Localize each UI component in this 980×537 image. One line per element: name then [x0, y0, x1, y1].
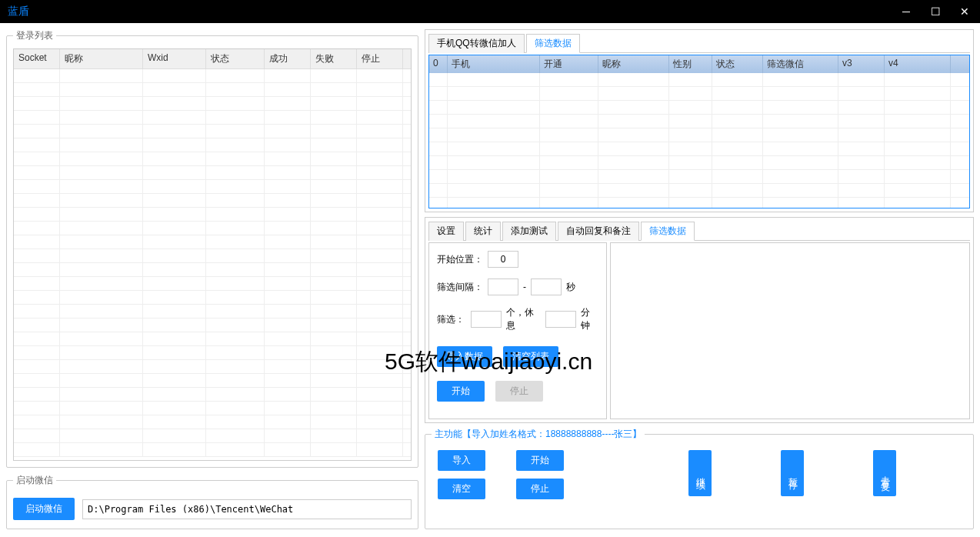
table-row — [14, 166, 411, 180]
table-row — [14, 152, 411, 166]
table-row — [429, 170, 969, 184]
main-import-button[interactable]: 导入 — [438, 450, 485, 471]
upper-col-3[interactable]: 昵称 — [598, 55, 669, 73]
upper-col-2[interactable]: 开通 — [540, 55, 598, 73]
interval-unit: 秒 — [566, 281, 575, 294]
main-start-button[interactable]: 开始 — [516, 450, 564, 471]
upper-col-7[interactable]: v3 — [838, 55, 885, 73]
table-row — [14, 194, 411, 208]
table-row — [429, 184, 969, 198]
main-clear-button[interactable]: 清空 — [438, 479, 485, 499]
start-pos-label: 开始位置： — [437, 253, 483, 266]
mid-tab-4[interactable]: 筛选数据 — [641, 222, 695, 241]
table-row — [14, 180, 411, 194]
start-wechat-panel: 启动微信 启动微信 — [6, 474, 418, 529]
login-col-2[interactable]: Wxid — [143, 49, 206, 68]
table-row — [14, 374, 411, 388]
mid-tab-1[interactable]: 统计 — [465, 222, 501, 241]
table-row — [14, 222, 411, 235]
table-row — [14, 83, 411, 97]
upper-col-6[interactable]: 筛选微信 — [763, 55, 838, 73]
main-function-panel: 主功能【导入加姓名格式：18888888888----张三】 导入 开始 清空 … — [425, 428, 974, 529]
table-row — [14, 360, 411, 374]
table-row — [14, 277, 411, 291]
upper-col-4[interactable]: 性别 — [669, 55, 712, 73]
table-row — [14, 443, 411, 457]
table-row — [14, 305, 411, 319]
maximize-icon[interactable]: ☐ — [928, 5, 943, 18]
table-row — [14, 125, 411, 138]
dedup-button[interactable]: 去重复 — [873, 450, 896, 496]
minimize-icon[interactable]: ─ — [898, 5, 914, 18]
mid-tab-0[interactable]: 设置 — [428, 222, 464, 241]
login-col-6[interactable]: 停止 — [357, 49, 403, 68]
table-row — [14, 97, 411, 111]
table-row — [429, 156, 969, 170]
login-list-panel: 登录列表 Socket昵称Wxid状态成功失败停止 — [6, 29, 418, 468]
pause-button[interactable]: 暂停 — [781, 450, 804, 496]
upper-tab-0[interactable]: 手机QQ转微信加人 — [428, 34, 525, 53]
login-col-3[interactable]: 状态 — [206, 49, 265, 68]
table-row — [429, 115, 969, 128]
table-row — [14, 235, 411, 249]
upper-col-5[interactable]: 状态 — [712, 55, 763, 73]
upper-col-1[interactable]: 手机 — [448, 55, 540, 73]
filter-unit1: 个，休息 — [506, 306, 541, 332]
table-row — [14, 388, 411, 402]
app-title: 蓝盾 — [8, 5, 29, 18]
filter-label: 筛选： — [437, 313, 466, 326]
table-row — [14, 263, 411, 277]
table-row — [14, 402, 411, 415]
start-wechat-button[interactable]: 启动微信 — [13, 498, 75, 520]
table-row — [14, 208, 411, 222]
mid-tab-3[interactable]: 自动回复和备注 — [558, 222, 639, 241]
interval-label: 筛选间隔： — [437, 281, 483, 294]
login-col-0[interactable]: Socket — [14, 49, 60, 68]
mid-panel: 设置统计添加测试自动回复和备注筛选数据 开始位置： 筛选间隔： - 秒 — [425, 217, 974, 423]
mid-tab-2[interactable]: 添加测试 — [502, 222, 556, 241]
interval-from-input[interactable] — [488, 279, 518, 295]
upper-tab-1[interactable]: 筛选数据 — [526, 34, 580, 53]
table-row — [14, 111, 411, 125]
filter-unit2: 分钟 — [581, 306, 598, 332]
table-row — [429, 142, 969, 156]
login-col-4[interactable]: 成功 — [265, 49, 311, 68]
filter-settings-form: 开始位置： 筛选间隔： - 秒 筛选： 个，休息 — [428, 242, 607, 419]
titlebar: 蓝盾 ─ ☐ ✕ — [0, 0, 980, 23]
table-row — [429, 128, 969, 142]
filter-data-table[interactable]: 0手机开通昵称性别状态筛选微信v3v4 — [428, 55, 970, 208]
close-icon[interactable]: ✕ — [957, 5, 972, 18]
table-row — [14, 291, 411, 305]
login-col-1[interactable]: 昵称 — [60, 49, 143, 68]
filter-rest-input[interactable] — [545, 311, 576, 328]
login-col-5[interactable]: 失败 — [311, 49, 357, 68]
main-stop-button[interactable]: 停止 — [516, 479, 564, 499]
filter-count-input[interactable] — [471, 311, 502, 328]
mid-right-panel — [610, 242, 970, 419]
main-function-legend: 主功能【导入加姓名格式：18888888888----张三】 — [432, 428, 645, 441]
start-pos-input[interactable] — [488, 251, 518, 268]
table-row — [14, 346, 411, 360]
upper-panel: 手机QQ转微信加人筛选数据 0手机开通昵称性别状态筛选微信v3v4 — [425, 29, 974, 212]
window-controls: ─ ☐ ✕ — [898, 5, 972, 18]
table-row — [429, 87, 969, 101]
interval-to-input[interactable] — [531, 279, 562, 295]
continue-button[interactable]: 继续 — [688, 450, 712, 496]
table-row — [429, 73, 969, 87]
table-row — [14, 249, 411, 263]
filter-stop-button[interactable]: 停止 — [495, 381, 543, 402]
clear-list-button[interactable]: 清空列表 — [503, 346, 558, 367]
upper-col-8[interactable]: v4 — [885, 55, 951, 73]
table-row — [14, 319, 411, 332]
table-row — [14, 138, 411, 152]
table-row — [14, 415, 411, 429]
table-row — [429, 101, 969, 115]
filter-start-button[interactable]: 开始 — [437, 381, 485, 402]
table-row — [429, 198, 969, 208]
table-row — [14, 69, 411, 83]
import-data-button[interactable]: 导入数据 — [437, 346, 492, 367]
wechat-path-input[interactable] — [82, 499, 412, 519]
login-list-legend: 登录列表 — [13, 29, 56, 42]
login-table[interactable]: Socket昵称Wxid状态成功失败停止 — [13, 48, 412, 461]
upper-col-0[interactable]: 0 — [429, 55, 448, 73]
